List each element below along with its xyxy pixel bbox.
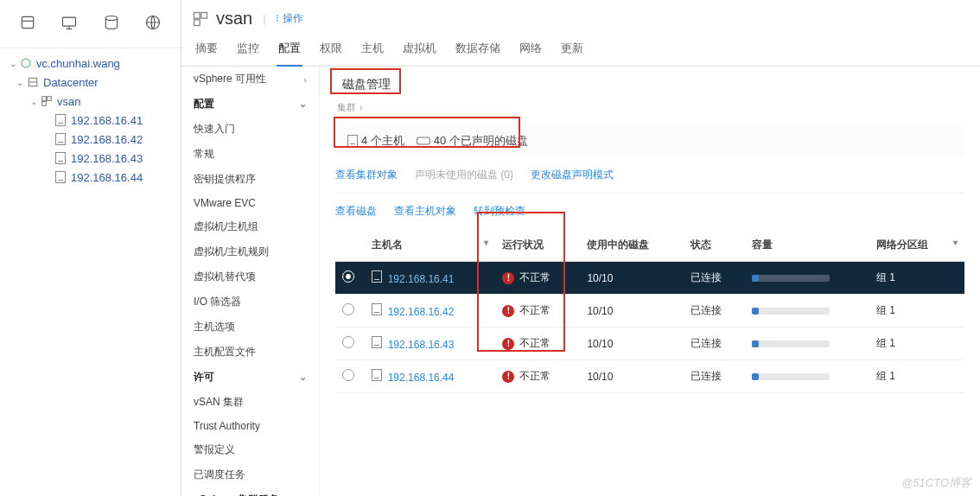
row-radio[interactable] bbox=[342, 270, 354, 283]
tree-label: 192.168.16.44 bbox=[71, 171, 143, 184]
filter-icon[interactable]: ▾ bbox=[953, 238, 958, 247]
table-row[interactable]: 192.168.16.43!不正常10/10已连接组 1 bbox=[335, 327, 964, 360]
view-cluster-link[interactable]: 查看集群对象 bbox=[335, 168, 398, 182]
chevron-down-icon: ⌄ bbox=[299, 372, 307, 383]
sidebar-item[interactable]: 虚拟机替代项 bbox=[181, 264, 319, 289]
tab-permissions[interactable]: 权限 bbox=[318, 35, 344, 66]
disks-text: 10/10 bbox=[580, 360, 684, 393]
tab-networks[interactable]: 网络 bbox=[518, 35, 544, 66]
view-disks-link[interactable]: 查看磁盘 bbox=[335, 204, 377, 219]
svg-rect-14 bbox=[194, 19, 200, 25]
tree-label: 192.168.16.42 bbox=[71, 133, 143, 146]
host-link[interactable]: 192.168.16.42 bbox=[388, 306, 455, 318]
actions-menu[interactable]: ⁝ 操作 bbox=[276, 11, 302, 26]
capacity-bar bbox=[752, 275, 830, 282]
storage-icon[interactable] bbox=[103, 14, 120, 34]
sidebar-item[interactable]: 密钥提供程序 bbox=[181, 167, 319, 192]
vms-templates-icon[interactable] bbox=[60, 14, 78, 34]
sidebar-item[interactable]: 已调度任务 bbox=[181, 462, 319, 487]
cluster-actions: 查看集群对象 声明未使用的磁盘 (0) 更改磁盘声明模式 bbox=[320, 161, 980, 189]
section-title: 磁盘管理 bbox=[334, 72, 399, 98]
change-mode-link[interactable]: 更改磁盘声明模式 bbox=[531, 168, 614, 182]
sidebar-item[interactable]: 主机配置文件 bbox=[181, 340, 319, 365]
col-disks[interactable]: 使用中的磁盘 bbox=[580, 229, 684, 262]
row-radio[interactable] bbox=[342, 336, 354, 348]
sidebar-item[interactable]: 快速入门 bbox=[181, 117, 319, 142]
table-row[interactable]: 192.168.16.41!不正常10/10已连接组 1 bbox=[335, 262, 964, 295]
inventory-panel: ⌄ vc.chunhai.wang ⌄ Datacenter ⌄ vsan 19… bbox=[0, 0, 181, 496]
breadcrumb[interactable]: 集群› bbox=[320, 98, 980, 118]
tree-host[interactable]: 192.168.16.44 bbox=[3, 168, 177, 187]
sidebar-group[interactable]: 配置⌄ bbox=[181, 92, 319, 117]
fd-text: 组 1 bbox=[869, 295, 964, 327]
sidebar-item[interactable]: vSAN 集群 bbox=[181, 390, 319, 415]
hosts-table: 主机名▾ 运行状况 使用中的磁盘 状态 容量 网络分区组▾ 192.168.16… bbox=[335, 229, 964, 393]
tree-host[interactable]: 192.168.16.42 bbox=[3, 130, 177, 149]
tab-updates[interactable]: 更新 bbox=[559, 35, 585, 66]
tab-configure[interactable]: 配置 bbox=[277, 35, 302, 67]
tree-datacenter[interactable]: ⌄ Datacenter bbox=[3, 73, 177, 92]
col-health[interactable]: 运行状况 bbox=[495, 229, 580, 262]
sidebar-item[interactable]: I/O 筛选器 bbox=[181, 289, 319, 315]
sidebar-item[interactable]: vSphere 可用性› bbox=[181, 67, 319, 92]
chevron-down-icon[interactable]: ⌄ bbox=[28, 95, 40, 107]
sidebar-group[interactable]: 许可⌄ bbox=[181, 365, 319, 390]
host-icon bbox=[54, 151, 67, 165]
network-icon[interactable] bbox=[144, 14, 162, 34]
error-icon: ! bbox=[502, 305, 514, 317]
sidebar-item[interactable]: 虚拟机/主机组 bbox=[181, 214, 319, 239]
health-text: 不正常 bbox=[519, 270, 550, 285]
page-title: vsan bbox=[192, 9, 252, 29]
table-row[interactable]: 192.168.16.42!不正常10/10已连接组 1 bbox=[335, 295, 964, 327]
sidebar-item-label: vSphere 可用性 bbox=[194, 72, 266, 86]
fd-text: 组 1 bbox=[869, 360, 964, 393]
tree-cluster[interactable]: ⌄ vsan bbox=[3, 92, 177, 111]
row-radio[interactable] bbox=[342, 303, 354, 315]
filter-icon[interactable]: ▾ bbox=[484, 238, 488, 247]
tree-host[interactable]: 192.168.16.43 bbox=[3, 149, 177, 168]
chevron-right-icon: › bbox=[360, 102, 363, 112]
page-title-text: vsan bbox=[216, 9, 252, 29]
tab-summary[interactable]: 摘要 bbox=[194, 35, 220, 66]
host-icon bbox=[372, 303, 382, 315]
tab-datastores[interactable]: 数据存储 bbox=[454, 35, 502, 66]
breadcrumb-label: 集群 bbox=[337, 102, 356, 112]
col-capacity[interactable]: 容量 bbox=[745, 229, 869, 262]
sidebar-item[interactable]: 常规 bbox=[181, 142, 319, 167]
hosts-clusters-icon[interactable] bbox=[19, 14, 36, 34]
capacity-bar bbox=[752, 373, 830, 380]
capacity-bar bbox=[752, 308, 830, 315]
row-radio[interactable] bbox=[342, 369, 354, 381]
sidebar-item[interactable]: 警报定义 bbox=[181, 437, 319, 462]
tab-hosts[interactable]: 主机 bbox=[360, 35, 385, 66]
tab-vms[interactable]: 虚拟机 bbox=[401, 35, 438, 66]
precheck-link[interactable]: 转到预检查 bbox=[474, 204, 525, 219]
host-link[interactable]: 192.168.16.44 bbox=[388, 372, 455, 384]
table-row[interactable]: 192.168.16.44!不正常10/10已连接组 1 bbox=[335, 360, 964, 393]
tree-host[interactable]: 192.168.16.41 bbox=[3, 111, 177, 130]
cluster-icon bbox=[192, 10, 209, 28]
host-link[interactable]: 192.168.16.43 bbox=[388, 339, 455, 351]
view-host-link[interactable]: 查看主机对象 bbox=[394, 204, 456, 219]
sidebar-group-label: vSphere 集群服务 bbox=[194, 493, 279, 496]
error-icon: ! bbox=[502, 371, 514, 383]
sidebar-item[interactable]: 虚拟机/主机规则 bbox=[181, 239, 319, 264]
sidebar-group[interactable]: vSphere 集群服务⌄ bbox=[181, 487, 319, 496]
sidebar-item[interactable]: 主机选项 bbox=[181, 315, 319, 340]
sidebar-item[interactable]: Trust Authority bbox=[181, 415, 319, 437]
disks-count-label: 40 个已声明的磁盘 bbox=[434, 133, 528, 149]
sidebar-item[interactable]: VMware EVC bbox=[181, 192, 319, 214]
vcenter-icon bbox=[19, 56, 33, 70]
fd-text: 组 1 bbox=[869, 262, 964, 295]
col-fd[interactable]: 网络分区组▾ bbox=[869, 229, 964, 262]
tab-monitor[interactable]: 监控 bbox=[235, 35, 261, 66]
tree-label: 192.168.16.43 bbox=[71, 152, 143, 165]
col-host[interactable]: 主机名▾ bbox=[365, 229, 495, 262]
chevron-down-icon[interactable]: ⌄ bbox=[14, 76, 26, 88]
chevron-down-icon[interactable]: ⌄ bbox=[7, 57, 19, 69]
col-state[interactable]: 状态 bbox=[684, 229, 745, 262]
tree-vcenter[interactable]: ⌄ vc.chunhai.wang bbox=[3, 54, 177, 73]
inventory-tree: ⌄ vc.chunhai.wang ⌄ Datacenter ⌄ vsan 19… bbox=[0, 48, 181, 496]
svg-rect-0 bbox=[22, 16, 33, 28]
host-link[interactable]: 192.168.16.41 bbox=[388, 273, 455, 285]
